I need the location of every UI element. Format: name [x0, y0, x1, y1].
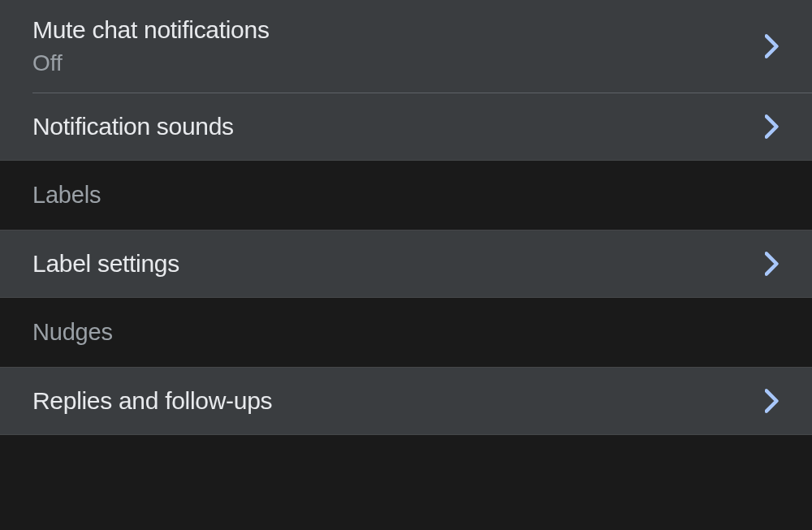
chevron-right-icon: [765, 252, 780, 276]
section-divider: [0, 434, 812, 435]
notifications-section: Mute chat notifications Off Notification…: [0, 0, 812, 160]
list-item-content: Notification sounds: [32, 113, 234, 140]
notification-sounds-item[interactable]: Notification sounds: [0, 93, 812, 160]
list-item-content: Label settings: [32, 250, 179, 278]
nudges-section-title: Nudges: [32, 319, 113, 345]
labels-section-title: Labels: [32, 182, 101, 208]
nudges-section: Replies and follow-ups: [0, 368, 812, 434]
labels-section-header: Labels: [0, 161, 812, 230]
labels-section: Label settings: [0, 231, 812, 297]
mute-chat-notifications-item[interactable]: Mute chat notifications Off: [0, 0, 812, 93]
chevron-right-icon: [765, 114, 780, 139]
chevron-right-icon: [765, 34, 780, 58]
mute-chat-value: Off: [32, 50, 270, 76]
list-item-content: Replies and follow-ups: [32, 387, 272, 415]
settings-list: Mute chat notifications Off Notification…: [0, 0, 812, 530]
label-settings-title: Label settings: [32, 250, 179, 278]
replies-followups-title: Replies and follow-ups: [32, 387, 272, 415]
nudges-section-header: Nudges: [0, 298, 812, 367]
replies-followups-item[interactable]: Replies and follow-ups: [0, 368, 812, 434]
label-settings-item[interactable]: Label settings: [0, 231, 812, 297]
mute-chat-title: Mute chat notifications: [32, 16, 270, 44]
notification-sounds-title: Notification sounds: [32, 113, 234, 140]
chevron-right-icon: [765, 389, 780, 413]
list-item-content: Mute chat notifications Off: [32, 16, 270, 76]
